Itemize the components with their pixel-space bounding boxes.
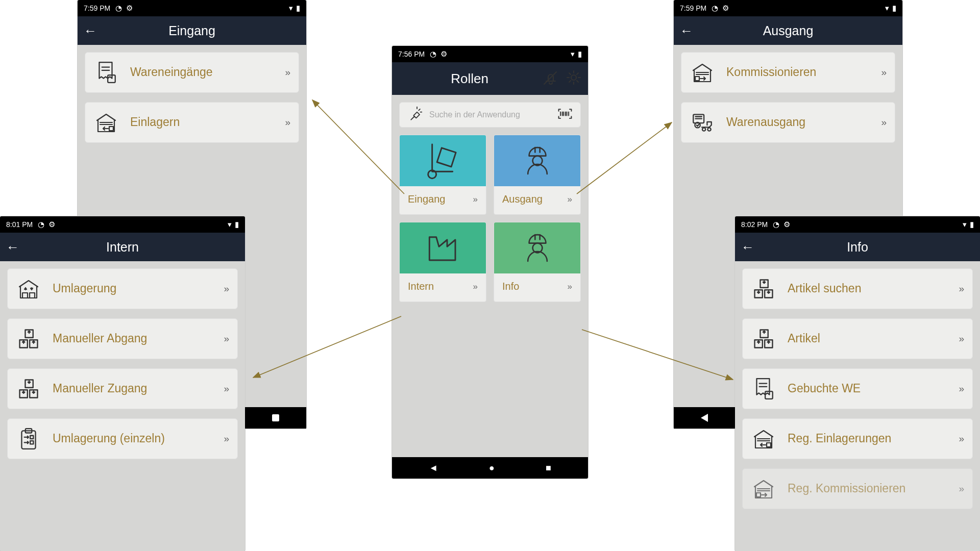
- chevron-icon: »: [224, 433, 229, 444]
- appbar: Rollen: [392, 62, 588, 95]
- item-artikel[interactable]: Artikel »: [742, 318, 973, 359]
- back-button[interactable]: ←: [84, 23, 104, 39]
- item-umlagerung[interactable]: Umlagerung »: [7, 268, 238, 309]
- gear-icon: ⚙: [722, 4, 729, 13]
- battery-icon: ▮: [578, 49, 582, 59]
- worker-icon: [517, 140, 558, 181]
- worker-icon: [517, 228, 558, 268]
- item-kommissionieren[interactable]: Kommissionieren »: [681, 52, 895, 93]
- item-reg-einlagerungen[interactable]: Reg. Einlagerungen »: [742, 418, 973, 459]
- status-bar: 7:56 PM ◔ ⚙ ▾ ▮: [392, 46, 588, 62]
- item-label: Umlagerung (einzeln): [53, 432, 212, 446]
- globe-icon: ◔: [38, 220, 44, 229]
- battery-icon: ▮: [970, 220, 974, 229]
- tile-intern[interactable]: Intern»: [399, 222, 486, 302]
- globe-icon: ◔: [773, 220, 779, 229]
- gear-icon: ⚙: [126, 4, 133, 13]
- boxes-up-icon: [16, 326, 41, 352]
- back-button[interactable]: ←: [6, 239, 27, 255]
- status-time: 7:56 PM: [398, 50, 425, 58]
- gear-icon: ⚙: [783, 220, 790, 229]
- notifications-off-icon[interactable]: [541, 69, 558, 88]
- chevron-icon: »: [285, 67, 290, 78]
- gear-icon: ⚙: [440, 49, 447, 59]
- chevron-icon: »: [959, 333, 964, 344]
- tile-label: Eingang: [408, 193, 445, 205]
- garage-out-icon: [690, 60, 715, 85]
- chevron-icon: »: [473, 194, 478, 205]
- status-bar: 7:59 PM ◔⚙ ▾▮: [78, 0, 306, 16]
- boxes-up-icon: [751, 326, 776, 352]
- item-reg-kommissionieren[interactable]: Reg. Kommissionieren »: [742, 468, 973, 509]
- gear-icon: ⚙: [48, 220, 55, 229]
- page-title: Info: [762, 240, 953, 255]
- status-bar: 8:01 PM ◔⚙ ▾▮: [0, 216, 245, 233]
- item-label: Gebuchte WE: [788, 382, 947, 396]
- handtruck-icon: [423, 140, 463, 181]
- barcode-icon[interactable]: [557, 107, 573, 122]
- item-label: Reg. Kommissionieren: [788, 482, 947, 496]
- nav-home-icon[interactable]: ●: [489, 463, 495, 473]
- battery-icon: ▮: [892, 4, 896, 13]
- phone-intern: 8:01 PM ◔⚙ ▾▮ ← Intern Umlagerung » Manu…: [0, 216, 245, 551]
- item-label: Reg. Einlagerungen: [788, 432, 947, 446]
- status-time: 8:02 PM: [741, 220, 768, 229]
- nav-recent-icon[interactable]: ■: [546, 463, 551, 473]
- status-time: 7:59 PM: [84, 4, 110, 12]
- tile-label: Intern: [408, 281, 434, 292]
- item-warenausgang[interactable]: Warenausgang »: [681, 102, 895, 143]
- item-gebuchte-we[interactable]: Gebuchte WE »: [742, 368, 973, 409]
- tile-info[interactable]: Info»: [494, 222, 581, 302]
- settings-icon[interactable]: [566, 69, 582, 88]
- arrow-eingang: [312, 100, 404, 194]
- globe-icon: ◔: [712, 4, 718, 13]
- item-label: Warenausgang: [726, 115, 870, 130]
- item-artikel-suchen[interactable]: Artikel suchen »: [742, 268, 973, 309]
- chevron-icon: »: [881, 67, 887, 78]
- page-title: Intern: [27, 240, 218, 255]
- phone-rollen: 7:56 PM ◔ ⚙ ▾ ▮ Rollen Suche in der Anwe…: [392, 46, 588, 479]
- tile-ausgang[interactable]: Ausgang»: [494, 135, 581, 215]
- item-manueller-abgang[interactable]: Manueller Abgang »: [7, 318, 238, 359]
- item-label: Umlagerung: [53, 282, 212, 296]
- search-box[interactable]: Suche in der Anwendung: [399, 102, 581, 128]
- phone-info: 8:02 PM ◔⚙ ▾▮ ← Info Artikel suchen » Ar…: [735, 216, 980, 551]
- page-title: Ausgang: [700, 23, 876, 38]
- item-label: Manueller Zugang: [53, 382, 212, 396]
- item-manueller-zugang[interactable]: Manueller Zugang »: [7, 368, 238, 409]
- back-button[interactable]: ←: [680, 23, 700, 39]
- item-umlagerung-einzeln[interactable]: Umlagerung (einzeln) »: [7, 418, 238, 459]
- chevron-icon: »: [568, 194, 572, 205]
- wifi-icon: ▾: [228, 220, 232, 229]
- item-einlagern[interactable]: Einlagern »: [85, 102, 299, 143]
- garage-in-icon: [93, 110, 119, 135]
- tile-eingang[interactable]: Eingang»: [399, 135, 486, 215]
- nav-back-icon[interactable]: ◄: [429, 463, 438, 473]
- appbar: ← Ausgang: [674, 16, 902, 45]
- chevron-icon: »: [473, 282, 478, 292]
- page-title: Eingang: [104, 23, 280, 38]
- arrow-ausgang: [577, 122, 672, 194]
- chevron-icon: »: [959, 383, 964, 394]
- item-wareneingaenge[interactable]: Wareneingänge »: [85, 52, 299, 93]
- factory-icon: [423, 228, 463, 268]
- status-bar: 7:59 PM ◔⚙ ▾▮: [674, 0, 902, 16]
- globe-icon: ◔: [430, 49, 436, 59]
- truck-check-icon: [690, 110, 715, 135]
- appbar: ← Info: [735, 233, 980, 261]
- receipt-icon: [93, 60, 119, 85]
- tile-grid: Eingang» Ausgang» Intern» Info»: [392, 135, 588, 302]
- chevron-icon: »: [881, 117, 887, 128]
- back-button[interactable]: ←: [741, 239, 762, 255]
- boxes-down-icon: [16, 376, 41, 402]
- android-navbar[interactable]: ◄ ● ■: [392, 457, 588, 479]
- wifi-icon: ▾: [885, 4, 889, 13]
- item-label: Wareneingänge: [130, 65, 274, 80]
- appbar: ← Intern: [0, 233, 245, 261]
- status-bar: 8:02 PM ◔⚙ ▾▮: [735, 216, 980, 233]
- item-label: Manueller Abgang: [53, 332, 212, 346]
- item-label: Artikel: [788, 332, 947, 346]
- appbar: ← Eingang: [78, 16, 306, 45]
- garage-in-icon: [751, 426, 776, 452]
- item-label: Artikel suchen: [788, 282, 947, 296]
